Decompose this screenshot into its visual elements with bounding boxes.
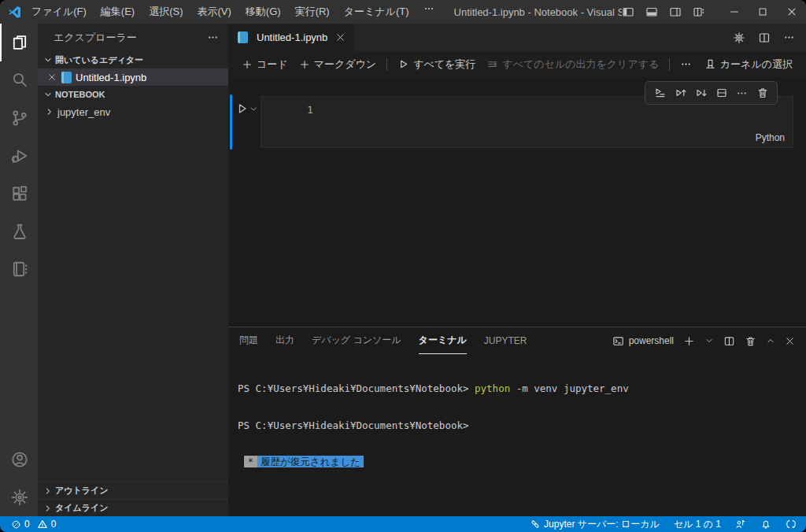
add-code-cell-button[interactable]: コード: [236, 54, 294, 75]
delete-cell-icon[interactable]: [753, 85, 771, 101]
chevron-right-icon: [43, 486, 54, 497]
tab-untitled-1-ipynb[interactable]: Untitled-1.ipynb: [228, 24, 353, 51]
bottom-panel: 問題 出力 デバッグ コンソール ターミナル JUPYTER powershel…: [228, 327, 806, 516]
notebook-folder-section[interactable]: NOTEBOOK: [38, 86, 228, 103]
testing-icon[interactable]: [0, 212, 38, 250]
execute-above-icon[interactable]: [671, 85, 690, 101]
select-kernel-button[interactable]: カーネルの選択: [699, 54, 798, 75]
menu-view[interactable]: 表示(V): [190, 3, 238, 20]
notebook-toolbar: コード マークダウン すべてを実行 すべてのセルの出力をクリアする: [228, 51, 806, 77]
cell-more-actions-icon[interactable]: [733, 85, 751, 101]
notifications-bell-icon[interactable]: [760, 519, 771, 530]
cell-toolbar: [645, 81, 778, 105]
menu-file[interactable]: ファイル(F): [24, 3, 94, 20]
tab-output[interactable]: 出力: [275, 327, 294, 354]
warning-icon: [37, 519, 48, 530]
open-editor-filename: Untitled-1.ipynb: [76, 72, 146, 83]
history-restored-badge: *: [244, 456, 258, 467]
kill-terminal-icon[interactable]: [745, 335, 756, 347]
error-icon: [11, 519, 21, 530]
terminal-icon: [612, 335, 624, 347]
terminal-dropdown-chevron-icon[interactable]: [704, 336, 714, 345]
panel-header: 問題 出力 デバッグ コンソール ターミナル JUPYTER powershel…: [228, 327, 806, 354]
close-panel-icon[interactable]: [785, 336, 795, 346]
menu-go[interactable]: 移動(G): [238, 3, 288, 20]
notebook-file-icon: [61, 72, 72, 83]
toggle-sidebar-icon[interactable]: [622, 6, 634, 18]
split-cell-icon[interactable]: [712, 85, 730, 101]
close-editor-icon[interactable]: [44, 72, 60, 82]
status-bar: 0 0 Jupyter サーバー: ローカル セル 1 の 1: [0, 516, 806, 532]
notebook-icon[interactable]: [0, 250, 38, 288]
menu-edit[interactable]: 編集(E): [94, 3, 142, 20]
open-editor-item[interactable]: Untitled-1.ipynb: [38, 68, 228, 86]
chevron-right-icon: [43, 503, 54, 514]
tab-problems[interactable]: 問題: [239, 327, 258, 354]
close-window-button[interactable]: [777, 0, 806, 24]
split-terminal-icon[interactable]: [723, 335, 735, 347]
customize-layout-icon[interactable]: [693, 6, 705, 18]
notebook-settings-gear-icon[interactable]: [733, 31, 745, 44]
problems-status[interactable]: 0 0: [11, 519, 56, 530]
history-restored-message: 履歴が復元されました: [257, 456, 364, 467]
menu-run[interactable]: 実行(R): [288, 3, 337, 20]
maximize-button[interactable]: [749, 0, 778, 24]
outline-label: アウトライン: [55, 485, 109, 497]
timeline-section[interactable]: タイムライン: [38, 499, 228, 516]
settings-gear-icon[interactable]: [0, 478, 38, 516]
braces-icon[interactable]: [786, 519, 797, 530]
server-link-icon: [530, 519, 541, 530]
minimize-button[interactable]: [719, 0, 749, 24]
notebook-section-label: NOTEBOOK: [55, 90, 105, 99]
terminal-shell-selector[interactable]: powershell: [612, 335, 674, 347]
folder-jupyter-env[interactable]: jupyter_env: [38, 103, 228, 120]
maximize-panel-icon[interactable]: [766, 336, 775, 345]
timeline-label: タイムライン: [55, 502, 109, 514]
run-debug-icon[interactable]: [0, 137, 38, 175]
chevron-down-icon: [250, 102, 257, 115]
feedback-icon[interactable]: [735, 519, 746, 530]
open-editors-label: 開いているエディター: [55, 54, 143, 66]
clear-all-outputs-button: すべてのセルの出力をクリアする: [481, 54, 664, 75]
editor-more-actions-icon[interactable]: [783, 31, 795, 43]
editor-tab-bar: Untitled-1.ipynb: [228, 24, 806, 51]
sidebar-more-icon[interactable]: [207, 31, 219, 43]
window-title: Untitled-1.ipynb - Notebook - Visual Stu…: [454, 6, 623, 18]
extensions-icon[interactable]: [0, 175, 38, 212]
source-control-icon[interactable]: [0, 99, 38, 137]
toggle-secondary-sidebar-icon[interactable]: [669, 6, 682, 18]
tab-debug-console[interactable]: デバッグ コンソール: [312, 327, 401, 354]
sidebar-title: エクスプローラー: [54, 31, 137, 45]
vscode-logo-icon: [8, 6, 21, 19]
add-markdown-cell-button[interactable]: マークダウン: [294, 54, 383, 75]
run-by-line-icon[interactable]: [651, 85, 669, 101]
cell-indicator[interactable]: セル 1 の 1: [674, 518, 721, 531]
menu-terminal[interactable]: ターミナル(T): [337, 3, 416, 20]
folder-name: jupyter_env: [57, 106, 110, 118]
search-icon[interactable]: [0, 61, 38, 99]
toolbar-more-actions-icon[interactable]: [675, 54, 697, 75]
menu-more-icon[interactable]: [416, 3, 442, 20]
tab-jupyter[interactable]: JUPYTER: [484, 327, 527, 354]
tab-terminal[interactable]: ターミナル: [419, 327, 467, 354]
chevron-right-icon: [44, 106, 55, 117]
jupyter-server-status[interactable]: Jupyter サーバー: ローカル: [530, 518, 660, 531]
notebook-file-icon: [238, 31, 248, 43]
explorer-sidebar: エクスプローラー 開いているエディター Untitled-1.ipynb NOT…: [38, 24, 228, 516]
terminal-command: python: [475, 382, 510, 394]
terminal-output[interactable]: PS C:¥Users¥Hideaki¥Documents¥Notebook> …: [228, 354, 806, 516]
outline-section[interactable]: アウトライン: [38, 482, 228, 499]
split-editor-icon[interactable]: [758, 31, 771, 44]
account-icon[interactable]: [0, 441, 38, 478]
run-all-button[interactable]: すべてを実行: [392, 54, 481, 75]
menu-selection[interactable]: 選択(S): [142, 3, 190, 20]
line-number: 1: [307, 104, 313, 116]
execute-below-icon[interactable]: [692, 85, 710, 101]
run-cell-button[interactable]: [236, 102, 257, 150]
new-terminal-icon[interactable]: [683, 335, 695, 347]
open-editors-section[interactable]: 開いているエディター: [38, 51, 228, 68]
toggle-panel-icon[interactable]: [645, 6, 658, 18]
explorer-icon[interactable]: [0, 24, 38, 61]
cell-language-picker[interactable]: Python: [756, 132, 785, 143]
close-tab-icon[interactable]: [335, 32, 346, 42]
